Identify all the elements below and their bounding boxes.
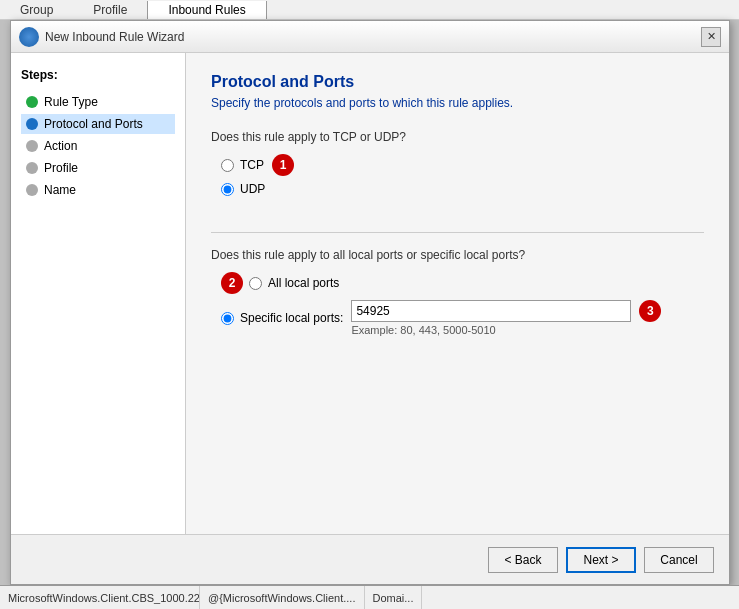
taskbar-item-3[interactable]: Domai... (365, 586, 423, 609)
main-panel: Protocol and Ports Specify the protocols… (186, 53, 729, 584)
udp-option-row: UDP (221, 182, 704, 196)
new-inbound-rule-wizard-dialog: New Inbound Rule Wizard ✕ Steps: Rule Ty… (10, 20, 730, 585)
col-group: Group (0, 1, 73, 19)
udp-label: UDP (240, 182, 265, 196)
step-profile[interactable]: Profile (21, 158, 175, 178)
ports-radio-group: 2 All local ports Specific local ports: … (221, 272, 704, 336)
specific-ports-radio[interactable] (221, 312, 234, 325)
all-ports-radio[interactable] (249, 277, 262, 290)
back-button[interactable]: < Back (488, 547, 558, 573)
step-dot-protocol-ports (26, 118, 38, 130)
taskbar: MicrosoftWindows.Client.CBS_1000.22... @… (0, 585, 739, 609)
step-dot-rule-type (26, 96, 38, 108)
page-subtitle: Specify the protocols and ports to which… (211, 96, 704, 110)
specific-ports-input[interactable] (351, 300, 631, 322)
next-button[interactable]: Next > (566, 547, 636, 573)
ports-question: Does this rule apply to all local ports … (211, 248, 704, 262)
dialog-title: New Inbound Rule Wizard (45, 30, 701, 44)
section-divider (211, 232, 704, 233)
annotation-1: 1 (272, 154, 294, 176)
taskbar-item-2[interactable]: @{MicrosoftWindows.Client.... (200, 586, 365, 609)
step-name[interactable]: Name (21, 180, 175, 200)
annotation-2: 2 (221, 272, 243, 294)
annotation-3: 3 (639, 300, 661, 322)
steps-title: Steps: (21, 68, 175, 82)
step-protocol-ports[interactable]: Protocol and Ports (21, 114, 175, 134)
page-title: Protocol and Ports (211, 73, 704, 91)
ports-example: Example: 80, 443, 5000-5010 (351, 324, 661, 336)
specific-ports-row: Specific local ports: 3 Example: 80, 443… (221, 300, 704, 336)
steps-panel: Steps: Rule Type Protocol and Ports Acti… (11, 53, 186, 584)
dialog-icon (19, 27, 39, 47)
step-dot-action (26, 140, 38, 152)
tcp-radio[interactable] (221, 159, 234, 172)
column-headers: Group Profile Inbound Rules (0, 0, 739, 20)
dialog-footer: < Back Next > Cancel (11, 534, 729, 584)
step-dot-name (26, 184, 38, 196)
step-action[interactable]: Action (21, 136, 175, 156)
close-button[interactable]: ✕ (701, 27, 721, 47)
all-ports-label: All local ports (268, 276, 339, 290)
col-inbound-rules[interactable]: Inbound Rules (147, 1, 266, 19)
specific-ports-label: Specific local ports: (240, 311, 343, 325)
col-profile: Profile (73, 1, 147, 19)
step-dot-profile (26, 162, 38, 174)
tcp-udp-radio-group: TCP 1 UDP (221, 154, 704, 196)
tcp-label: TCP (240, 158, 264, 172)
cancel-button[interactable]: Cancel (644, 547, 714, 573)
dialog-body: Steps: Rule Type Protocol and Ports Acti… (11, 53, 729, 584)
dialog-titlebar: New Inbound Rule Wizard ✕ (11, 21, 729, 53)
step-rule-type[interactable]: Rule Type (21, 92, 175, 112)
udp-radio[interactable] (221, 183, 234, 196)
all-ports-row: 2 All local ports (221, 272, 704, 294)
tcp-udp-section: Does this rule apply to TCP or UDP? TCP … (211, 130, 704, 202)
tcp-udp-question: Does this rule apply to TCP or UDP? (211, 130, 704, 144)
tcp-option-row: TCP 1 (221, 154, 704, 176)
taskbar-item-1[interactable]: MicrosoftWindows.Client.CBS_1000.22... (0, 586, 200, 609)
ports-section: Does this rule apply to all local ports … (211, 248, 704, 342)
